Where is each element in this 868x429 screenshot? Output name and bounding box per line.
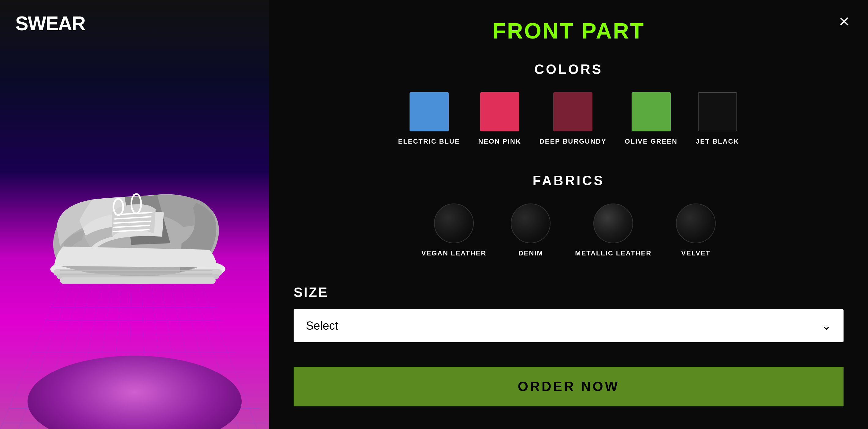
color-swatch-electric-blue <box>409 92 449 131</box>
fabric-item-denim[interactable]: DENIM <box>511 203 551 257</box>
fabric-swatches-container: VEGAN LEATHER DENIM METALLIC LEATHER VEL… <box>293 203 843 257</box>
colors-header: COLORS <box>293 62 843 77</box>
close-button[interactable]: × <box>839 12 850 31</box>
color-item-olive-green[interactable]: OLIVE GREEN <box>625 92 678 145</box>
fabric-circle-velvet <box>676 203 716 243</box>
color-item-neon-pink[interactable]: NEON PINK <box>478 92 521 145</box>
color-swatch-deep-burgundy <box>553 92 592 131</box>
fabric-label-velvet: VELVET <box>681 249 711 257</box>
fabric-label-vegan-leather: VEGAN LEATHER <box>422 249 487 257</box>
panel-title: FRONT PART <box>293 18 843 43</box>
fabric-item-velvet[interactable]: VELVET <box>676 203 716 257</box>
color-swatches-container: ELECTRIC BLUE NEON PINK DEEP BURGUNDY OL… <box>293 92 843 145</box>
size-label: SIZE <box>293 285 843 300</box>
left-panel: SWEAR <box>0 0 269 429</box>
color-item-jet-black[interactable]: JET BLACK <box>696 92 739 145</box>
color-label-deep-burgundy: DEEP BURGUNDY <box>539 137 607 145</box>
color-label-olive-green: OLIVE GREEN <box>625 137 678 145</box>
color-swatch-neon-pink <box>480 92 519 131</box>
fabric-label-denim: DENIM <box>519 249 543 257</box>
color-swatch-olive-green <box>631 92 671 131</box>
size-select[interactable]: Select UK 6 UK 7 UK 8 UK 9 UK 10 UK 11 U… <box>293 309 843 342</box>
size-select-wrapper: Select UK 6 UK 7 UK 8 UK 9 UK 10 UK 11 U… <box>293 309 843 342</box>
fabric-circle-denim <box>511 203 551 243</box>
order-now-button[interactable]: ORDER NOW <box>293 367 843 406</box>
fabric-circle-metallic-leather <box>593 203 633 243</box>
fabrics-section: FABRICS VEGAN LEATHER DENIM METALLIC LEA… <box>293 173 843 263</box>
fabric-label-metallic-leather: METALLIC LEATHER <box>575 249 651 257</box>
svg-rect-3 <box>60 277 216 284</box>
fabrics-header: FABRICS <box>293 173 843 188</box>
color-label-jet-black: JET BLACK <box>696 137 739 145</box>
shoe-container <box>28 119 242 302</box>
app-logo: SWEAR <box>15 12 85 35</box>
size-section: SIZE Select UK 6 UK 7 UK 8 UK 9 UK 10 UK… <box>293 285 843 342</box>
right-panel: × FRONT PART COLORS ELECTRIC BLUE NEON P… <box>269 0 868 429</box>
fabric-circle-vegan-leather <box>434 203 474 243</box>
fabric-item-vegan-leather[interactable]: VEGAN LEATHER <box>422 203 487 257</box>
shoe-illustration <box>28 119 242 302</box>
color-label-neon-pink: NEON PINK <box>478 137 521 145</box>
color-item-deep-burgundy[interactable]: DEEP BURGUNDY <box>539 92 607 145</box>
color-swatch-jet-black <box>698 92 737 131</box>
colors-section: COLORS ELECTRIC BLUE NEON PINK DEEP BURG… <box>293 62 843 152</box>
fabric-item-metallic-leather[interactable]: METALLIC LEATHER <box>575 203 651 257</box>
color-label-electric-blue: ELECTRIC BLUE <box>398 137 460 145</box>
color-item-electric-blue[interactable]: ELECTRIC BLUE <box>398 92 460 145</box>
